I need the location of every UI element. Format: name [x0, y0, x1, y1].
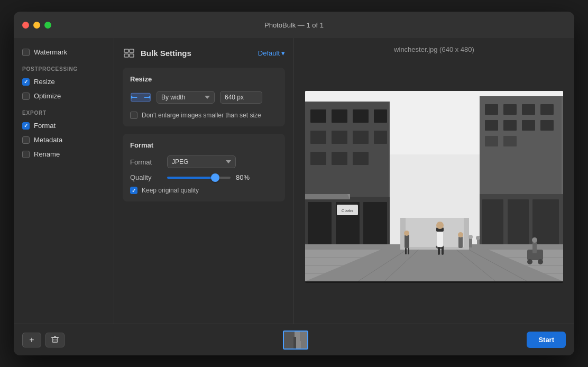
svg-rect-33: [503, 104, 517, 115]
sidebar-rename-label: Rename: [34, 150, 60, 158]
svg-point-62: [436, 222, 444, 229]
start-button[interactable]: Start: [527, 332, 566, 348]
sidebar-item-watermark[interactable]: Watermark: [20, 47, 107, 58]
format-section: Format Format JPEG PNG TIFF WEBP Quality…: [123, 134, 285, 201]
svg-rect-44: [508, 199, 529, 247]
svg-rect-25: [308, 202, 332, 244]
svg-point-72: [468, 235, 473, 239]
quality-label: Quality: [130, 173, 167, 181]
format-row: Format JPEG PNG TIFF WEBP: [130, 155, 278, 168]
add-icon: +: [29, 335, 34, 345]
resize-section-title: Resize: [130, 75, 278, 83]
svg-rect-63: [438, 247, 440, 255]
default-dropdown[interactable]: Default ▾: [258, 49, 285, 57]
svg-point-76: [527, 259, 532, 264]
svg-rect-2: [124, 54, 128, 57]
svg-rect-13: [310, 109, 326, 123]
svg-rect-23: [353, 152, 369, 165]
resize-controls-row: By width By height By long edge By short…: [130, 89, 278, 105]
svg-marker-81: [305, 194, 350, 199]
svg-rect-22: [332, 152, 347, 165]
sidebar-item-optimize[interactable]: Optimize: [20, 90, 107, 102]
preview-image-container: Clarks: [294, 61, 574, 324]
postprocessing-section-label: POSTPROCESSING: [20, 66, 107, 72]
resize-arrows-icon: [130, 89, 151, 105]
svg-rect-19: [353, 131, 369, 144]
bulk-settings-header: Bulk Settings Default ▾: [123, 47, 285, 59]
trash-icon: [51, 335, 59, 345]
sidebar-item-rename[interactable]: Rename: [20, 149, 107, 160]
bottom-left-controls: +: [22, 333, 65, 347]
svg-rect-27: [363, 202, 387, 244]
dont-enlarge-label: Don't enlarge images smaller than set si…: [142, 112, 261, 119]
svg-point-70: [458, 232, 463, 237]
add-button[interactable]: +: [22, 333, 41, 347]
resize-mode-select[interactable]: By width By height By long edge By short…: [157, 91, 215, 104]
dont-enlarge-checkbox[interactable]: [130, 112, 137, 119]
window-title: PhotoBulk — 1 of 1: [264, 21, 324, 29]
sidebar-item-format[interactable]: Format: [20, 120, 107, 131]
resize-px-input[interactable]: [220, 91, 262, 104]
svg-rect-64: [442, 247, 444, 255]
preview-panel: winchester.jpg (640 x 480): [294, 38, 574, 324]
svg-rect-73: [477, 239, 480, 247]
svg-rect-78: [532, 242, 537, 253]
bulk-settings-icon: [123, 47, 135, 59]
svg-rect-71: [469, 238, 472, 247]
chevron-down-icon: ▾: [281, 49, 285, 57]
keep-quality-checkbox[interactable]: [130, 187, 137, 194]
svg-rect-32: [485, 104, 498, 115]
svg-point-79: [532, 237, 537, 243]
quality-slider-wrap: 80%: [167, 173, 254, 181]
svg-point-66: [404, 231, 409, 236]
sidebar-item-metadata[interactable]: Metadata: [20, 134, 107, 145]
svg-text:Clarks: Clarks: [342, 208, 354, 213]
format-section-title: Format: [130, 141, 278, 149]
format-select[interactable]: JPEG PNG TIFF WEBP: [167, 155, 236, 168]
sidebar-format-label: Format: [34, 122, 56, 130]
close-button[interactable]: [22, 22, 29, 29]
svg-rect-91: [293, 337, 296, 350]
format-field-label: Format: [130, 158, 167, 166]
quality-value-display: 80%: [236, 173, 254, 181]
sidebar-resize-label: Resize: [34, 78, 55, 86]
svg-rect-68: [408, 248, 409, 254]
resize-checkbox[interactable]: [22, 78, 30, 86]
maximize-button[interactable]: [44, 22, 51, 29]
svg-rect-39: [540, 120, 554, 131]
svg-rect-40: [485, 136, 498, 146]
keep-quality-label: Keep original quality: [142, 187, 199, 194]
delete-button[interactable]: [45, 333, 65, 347]
sidebar: Watermark POSTPROCESSING Resize Optimize…: [14, 38, 114, 324]
optimize-checkbox[interactable]: [22, 93, 30, 100]
svg-rect-38: [522, 120, 535, 131]
center-panel: Bulk Settings Default ▾ Resize: [114, 38, 294, 324]
bottom-bar: +: [14, 324, 574, 355]
svg-rect-15: [353, 109, 369, 123]
quality-row: Quality 80%: [130, 173, 278, 181]
svg-rect-65: [405, 235, 409, 248]
sidebar-item-resize[interactable]: Resize: [20, 76, 107, 87]
watermark-checkbox[interactable]: [22, 49, 30, 56]
format-checkbox[interactable]: [22, 122, 30, 130]
svg-point-77: [538, 259, 543, 264]
svg-rect-43: [482, 199, 503, 247]
rename-checkbox[interactable]: [22, 151, 30, 158]
svg-rect-82: [52, 337, 58, 342]
svg-rect-89: [300, 332, 308, 350]
svg-rect-16: [374, 109, 387, 123]
thumbnail-item[interactable]: [283, 331, 308, 350]
quality-slider[interactable]: [167, 177, 231, 179]
svg-rect-0: [124, 49, 128, 52]
main-window: PhotoBulk — 1 of 1 Watermark POSTPROCESS…: [14, 12, 574, 355]
preview-image: Clarks: [305, 91, 563, 283]
traffic-lights: [22, 22, 51, 29]
thumbnail-strip: [65, 331, 527, 350]
svg-point-74: [476, 236, 480, 240]
svg-rect-20: [374, 131, 387, 144]
resize-section: Resize By width By height: [123, 68, 285, 126]
svg-rect-67: [405, 248, 407, 254]
minimize-button[interactable]: [33, 22, 40, 29]
svg-rect-17: [310, 131, 326, 144]
metadata-checkbox[interactable]: [22, 136, 30, 144]
